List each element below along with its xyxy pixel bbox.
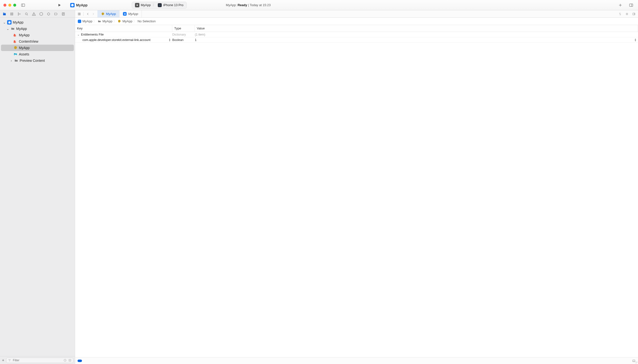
jump-bar[interactable]: MyApp 〉 MyApp 〉 MyApp 〉 No Selection [75, 18, 638, 25]
navigator-filter[interactable] [6, 358, 73, 363]
chevron-right-icon: 〉 [133, 19, 137, 24]
key-stepper-icon[interactable]: ▲▼ [169, 38, 171, 42]
scheme-destination-control[interactable]: MyApp 〉 ☼ iPhone 13 Pro [132, 2, 187, 8]
project-icon [78, 20, 81, 23]
swift-icon [13, 33, 18, 37]
tree-group-label: MyApp [16, 27, 27, 31]
nav-back-button[interactable] [86, 12, 90, 16]
folder-icon [98, 20, 101, 23]
editor-tab[interactable]: MyApp [120, 10, 142, 18]
svg-point-17 [47, 13, 50, 15]
project-icon [123, 12, 127, 16]
folder-icon [14, 58, 19, 63]
editor-panel: MyApp MyApp [75, 10, 638, 364]
tree-item-swift[interactable]: ContentView [1, 38, 74, 45]
tab-label: MyApp [128, 12, 138, 16]
jumpbar-item[interactable]: MyApp [118, 20, 132, 23]
close-window-button[interactable] [4, 4, 7, 6]
swift-icon [13, 39, 18, 44]
column-header-type[interactable]: Type [172, 25, 195, 32]
value-stepper-icon[interactable]: ▲▼ [634, 38, 636, 42]
tree-item-label: MyApp [19, 46, 30, 50]
tree-item-entitlements[interactable]: MyApp [1, 45, 74, 51]
svg-point-31 [124, 13, 125, 14]
plist-row-root[interactable]: ⌄ Entitlements File Dictionary (1 item) [75, 32, 638, 37]
chevron-down-icon[interactable]: ⌄ [3, 20, 6, 24]
symbol-navigator-tab[interactable] [17, 12, 21, 16]
destination-name: iPhone 13 Pro [163, 3, 183, 7]
chevron-down-icon[interactable]: ⌄ [7, 27, 9, 31]
issue-navigator-tab[interactable] [32, 12, 36, 16]
nav-forward-button[interactable] [92, 12, 95, 16]
plist-value[interactable]: 1 [195, 38, 197, 42]
svg-rect-30 [80, 14, 81, 15]
svg-rect-0 [21, 4, 25, 6]
tree-root[interactable]: ⌄ MyApp [1, 19, 74, 26]
navigator-panel: ⌄ MyApp ⌄ MyApp MyApp [0, 10, 75, 364]
entitlements-icon [118, 20, 121, 23]
editor-tab-active[interactable]: MyApp [98, 10, 120, 18]
toggle-changes-button[interactable] [618, 12, 622, 16]
tree-item-label: Assets [19, 52, 29, 56]
chevron-right-icon: 〉 [113, 19, 117, 24]
chevron-down-icon[interactable]: ⌄ [77, 32, 80, 36]
toggle-navigator-button[interactable] [20, 2, 27, 8]
minimize-window-button[interactable] [8, 4, 11, 6]
svg-line-14 [27, 14, 28, 15]
scm-filter-icon[interactable] [68, 358, 72, 362]
run-button[interactable] [56, 2, 63, 8]
tree-group-preview[interactable]: › Preview Content [1, 58, 74, 64]
tree-group[interactable]: ⌄ MyApp [1, 26, 74, 32]
column-header-value[interactable]: Value [195, 25, 638, 32]
source-control-navigator-tab[interactable] [10, 12, 14, 16]
plist-type[interactable]: Boolean [172, 38, 184, 42]
related-items-button[interactable] [78, 12, 81, 16]
svg-rect-27 [78, 13, 79, 14]
editor-tabstrip: MyApp MyApp [75, 10, 638, 18]
tree-item-label: ContentView [19, 40, 38, 44]
debug-navigator-tab[interactable] [47, 12, 51, 16]
toggle-inspector-button[interactable] [628, 2, 634, 8]
svg-point-12 [20, 14, 20, 14]
chevron-right-icon: 〉 [153, 3, 156, 7]
svg-point-16 [34, 15, 34, 15]
project-navigator-tab[interactable] [3, 12, 7, 16]
device-icon: ☼ [158, 3, 162, 7]
activity-status: MyApp: Ready | Today at 15:23 [226, 3, 271, 7]
recent-icon[interactable] [63, 358, 67, 362]
find-navigator-tab[interactable] [25, 12, 29, 16]
chevron-right-icon[interactable]: › [10, 58, 13, 62]
editor-options-button[interactable] [625, 12, 629, 16]
add-editor-button[interactable] [632, 12, 635, 16]
breakpoint-navigator-tab[interactable] [54, 12, 58, 16]
jumpbar-item[interactable]: MyApp [98, 20, 112, 23]
plist-type: Dictionary [172, 33, 186, 36]
tree-item-swift[interactable]: MyApp [1, 32, 74, 38]
library-button[interactable] [617, 2, 624, 8]
report-navigator-tab[interactable] [61, 12, 65, 16]
main-area: ⌄ MyApp ⌄ MyApp MyApp [0, 10, 638, 364]
navigator-footer: + [0, 356, 75, 364]
plist-row[interactable]: com.apple.developer.storekit.external-li… [75, 37, 638, 43]
jumpbar-item[interactable]: MyApp [78, 20, 92, 23]
tree-item-assets[interactable]: Assets [1, 51, 74, 58]
svg-point-10 [18, 12, 19, 13]
zoom-window-button[interactable] [13, 4, 16, 6]
navigator-tabs [0, 10, 75, 18]
project-name: MyApp [76, 3, 88, 7]
window-controls [2, 4, 20, 6]
debug-bar-indicator[interactable] [78, 360, 82, 362]
column-header-key[interactable]: Key [75, 25, 172, 32]
chevron-right-icon: 〉 [93, 19, 97, 24]
test-navigator-tab[interactable] [39, 12, 43, 16]
toggle-debug-area-button[interactable] [632, 359, 635, 362]
svg-point-13 [25, 13, 27, 15]
jumpbar-item[interactable]: No Selection [137, 20, 156, 23]
add-button[interactable]: + [2, 358, 5, 362]
svg-rect-5 [629, 4, 633, 6]
filter-icon [8, 358, 11, 362]
scheme-name: MyApp [141, 3, 151, 7]
svg-rect-29 [78, 14, 79, 15]
filter-input[interactable] [13, 358, 62, 362]
tree-item-label: Preview Content [20, 58, 45, 62]
